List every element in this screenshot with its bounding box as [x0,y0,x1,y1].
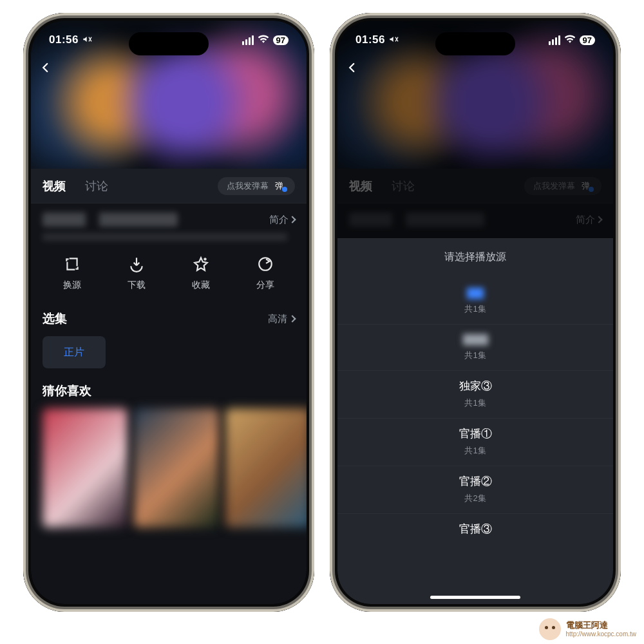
quality-button[interactable]: 高清 [268,313,295,325]
action-download[interactable]: 下载 [128,255,146,291]
episode-chip-main[interactable]: 正片 [43,336,106,368]
brief-button[interactable]: 简介 [269,214,295,226]
mute-icon [389,34,399,46]
actions-row: 换源 下载 收藏 分享 [31,241,307,303]
source-item[interactable]: ▇▇▇ 共1集 [337,325,613,371]
action-change-source[interactable]: 换源 [63,255,81,291]
tab-discuss[interactable]: 讨论 [85,178,108,194]
signal-icon [242,35,254,45]
recommend-poster[interactable] [225,408,307,527]
episodes-header: 选集 高清 [31,303,307,334]
wifi-icon [258,34,269,46]
status-time: 01:56 [49,33,79,46]
recommend-poster[interactable] [43,408,128,527]
video-meta-blurred [43,233,287,241]
tabs-row: 视频 讨论 点我发弹幕 弹 [31,169,307,204]
action-share[interactable]: 分享 [256,255,274,291]
danmu-placeholder: 点我发弹幕 [227,180,269,192]
source-item[interactable]: 官播② 共2集 [337,466,613,514]
battery-icon: 97 [273,35,289,45]
mute-icon [82,34,93,46]
danmu-input[interactable]: 点我发弹幕 弹 [218,177,295,195]
recommend-poster[interactable] [134,408,219,527]
share-icon [256,255,274,273]
back-icon[interactable] [40,61,52,77]
battery-icon: 97 [580,35,595,45]
video-title-blurred [43,213,178,227]
dynamic-island [129,32,209,55]
star-icon [192,255,210,273]
tab-video[interactable]: 视频 [43,178,66,194]
home-indicator[interactable] [430,596,520,599]
status-time: 01:56 [355,33,385,46]
sheet-title: 请选择播放源 [337,239,613,278]
svg-point-0 [259,258,272,270]
source-item[interactable]: 官播③ [337,514,613,549]
dynamic-island [435,32,515,55]
danmu-toggle[interactable]: 弹 [275,180,289,192]
title-row: 简介 [31,204,307,229]
back-icon[interactable] [346,61,358,77]
source-item[interactable]: ▇▇ 共1集 [337,278,613,325]
download-icon [128,255,146,273]
source-picker-sheet: 请选择播放源 ▇▇ 共1集 ▇▇▇ 共1集 独家③ 共1集 官播① 共1集 [337,238,613,604]
wifi-icon [564,34,576,46]
phone-right: 01:56 97 [330,13,621,612]
watermark-avatar [539,618,561,640]
recommend-row[interactable] [43,408,295,527]
signal-icon [549,35,560,45]
source-icon [63,255,81,273]
action-favorite[interactable]: 收藏 [192,255,210,291]
watermark: 電腦王阿達 http://www.kocpc.com.tw [539,618,636,640]
phone-left: 01:56 97 [23,13,314,612]
recommend-title: 猜你喜欢 [43,383,295,399]
source-item[interactable]: 独家③ 共1集 [337,371,613,419]
episodes-title: 选集 [43,310,67,327]
source-item[interactable]: 官播① 共1集 [337,419,613,466]
